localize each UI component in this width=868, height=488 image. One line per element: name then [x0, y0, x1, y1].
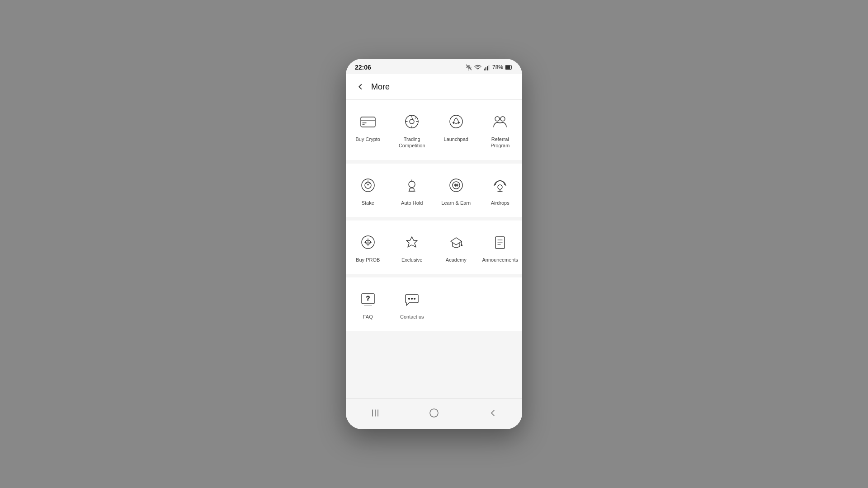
announcements-icon-wrap — [489, 231, 511, 253]
svg-line-20 — [415, 117, 416, 119]
airdrops-icon — [491, 176, 509, 194]
menu-item-learn-earn[interactable]: Learn & Earn — [434, 167, 478, 213]
announcements-icon — [491, 233, 509, 251]
buy-crypto-label: Buy Crypto — [356, 136, 380, 142]
buy-prob-icon — [359, 233, 377, 251]
buy-crypto-icon-wrap — [357, 111, 379, 132]
launchpad-icon-wrap — [445, 111, 467, 132]
page-title: More — [371, 82, 390, 92]
mute-icon — [465, 64, 472, 71]
svg-rect-4 — [486, 67, 486, 70]
svg-point-47 — [414, 298, 415, 300]
exclusive-icon-wrap — [401, 231, 423, 253]
svg-point-23 — [500, 117, 505, 121]
faq-icon-wrap: ? — [357, 288, 379, 310]
menu-item-contact-us[interactable]: Contact us — [390, 281, 434, 327]
academy-icon — [447, 233, 465, 251]
learn-earn-icon — [447, 176, 465, 194]
menu-item-trading-competition[interactable]: Trading Competition — [390, 103, 434, 156]
home-icon — [429, 408, 439, 418]
contact-icon-wrap — [401, 288, 423, 310]
home-button[interactable] — [425, 404, 443, 422]
learn-earn-label: Learn & Earn — [441, 200, 471, 206]
card-icon — [359, 113, 377, 131]
svg-rect-38 — [495, 237, 505, 249]
faq-label: FAQ — [363, 314, 373, 320]
recent-apps-icon — [370, 408, 381, 418]
menu-item-announcements[interactable]: Announcements — [478, 224, 523, 270]
status-time: 22:06 — [355, 64, 371, 71]
stake-icon — [359, 176, 377, 194]
svg-text:?: ? — [366, 295, 370, 302]
wifi-icon — [474, 64, 481, 71]
exclusive-label: Exclusive — [401, 257, 422, 263]
phone-frame: 22:06 78% — [346, 59, 522, 429]
announcements-label: Announcements — [482, 257, 519, 263]
airdrops-icon-wrap — [489, 174, 511, 196]
auto-hold-label: Auto Hold — [401, 200, 423, 206]
launchpad-icon — [447, 113, 465, 131]
auto-hold-icon-wrap — [401, 174, 423, 196]
contact-label: Contact us — [400, 314, 424, 320]
menu-item-referral-program[interactable]: Referral Program — [478, 103, 523, 156]
back-nav-button[interactable] — [484, 404, 502, 422]
learn-earn-icon-wrap — [445, 174, 467, 196]
menu-section-1: Buy Crypto — [346, 100, 522, 160]
status-bar: 22:06 78% — [346, 59, 522, 74]
menu-item-academy[interactable]: Academy — [434, 224, 478, 270]
referral-icon-wrap — [489, 111, 511, 132]
back-button[interactable] — [353, 80, 368, 94]
back-arrow-icon — [355, 82, 365, 92]
svg-rect-3 — [484, 69, 485, 70]
exclusive-icon — [403, 233, 421, 251]
signal-icon — [483, 64, 491, 71]
contact-icon — [403, 290, 421, 308]
menu-item-faq[interactable]: ? FAQ — [346, 281, 390, 327]
svg-rect-8 — [506, 66, 510, 69]
faq-icon: ? — [359, 290, 377, 308]
trading-competition-icon — [403, 113, 421, 131]
svg-point-30 — [453, 182, 460, 189]
stake-icon-wrap — [357, 174, 379, 196]
recent-apps-button[interactable] — [366, 404, 384, 422]
menu-item-auto-hold[interactable]: Auto Hold — [390, 167, 434, 213]
menu-item-launchpad[interactable]: Launchpad — [434, 103, 478, 156]
menu-grid-4: ? FAQ Contact — [346, 277, 522, 331]
trading-competition-label: Trading Competition — [394, 136, 431, 149]
menu-item-buy-crypto[interactable]: Buy Crypto — [346, 103, 390, 156]
menu-item-exclusive[interactable]: Exclusive — [390, 224, 434, 270]
svg-rect-9 — [361, 117, 375, 127]
menu-grid-2: Stake Auto Hold — [346, 164, 522, 217]
menu-section-4: ? FAQ Contact — [346, 277, 522, 331]
trading-competition-icon-wrap — [401, 111, 423, 132]
svg-point-45 — [409, 298, 410, 300]
airdrops-label: Airdrops — [491, 200, 509, 206]
menu-section-2: Stake Auto Hold — [346, 164, 522, 217]
menu-grid-3: Buy PROB Exclusive — [346, 221, 522, 274]
stake-label: Stake — [362, 200, 374, 206]
academy-label: Academy — [446, 257, 467, 263]
battery-text: 78% — [492, 64, 503, 70]
svg-rect-6 — [488, 65, 489, 70]
menu-item-airdrops[interactable]: Airdrops — [478, 167, 523, 213]
menu-item-stake[interactable]: Stake — [346, 167, 390, 213]
header: More — [346, 74, 522, 100]
auto-hold-icon — [403, 176, 421, 194]
launchpad-label: Launchpad — [444, 136, 468, 142]
battery-icon — [505, 63, 513, 71]
svg-point-27 — [409, 181, 415, 188]
buy-prob-label: Buy PROB — [356, 257, 380, 263]
status-icons: 78% — [465, 63, 513, 71]
menu-grid-1: Buy Crypto — [346, 100, 522, 160]
svg-point-46 — [411, 298, 413, 300]
referral-icon — [491, 113, 509, 131]
svg-rect-5 — [487, 66, 488, 70]
svg-point-2 — [477, 70, 478, 70]
academy-icon-wrap — [445, 231, 467, 253]
svg-point-31 — [498, 185, 502, 189]
menu-item-buy-prob[interactable]: Buy PROB — [346, 224, 390, 270]
svg-point-37 — [461, 244, 462, 246]
back-nav-icon — [487, 408, 498, 418]
svg-point-18 — [410, 119, 414, 124]
bottom-nav — [346, 398, 522, 429]
